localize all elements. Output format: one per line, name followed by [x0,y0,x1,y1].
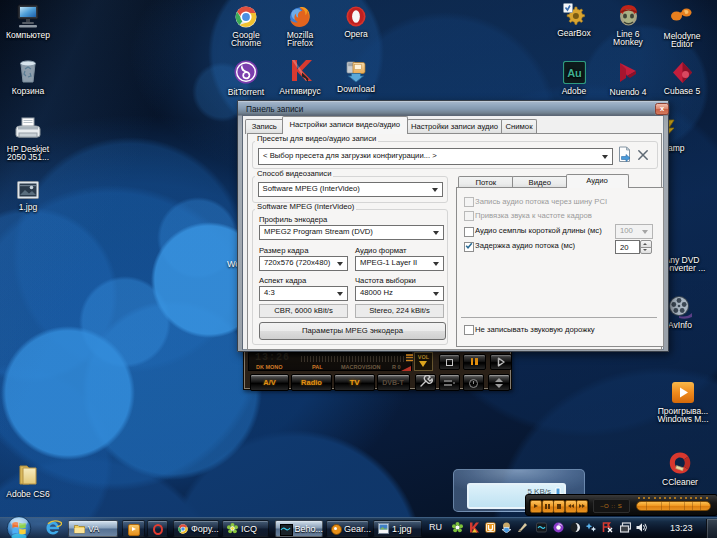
svg-text:Au: Au [567,67,582,79]
